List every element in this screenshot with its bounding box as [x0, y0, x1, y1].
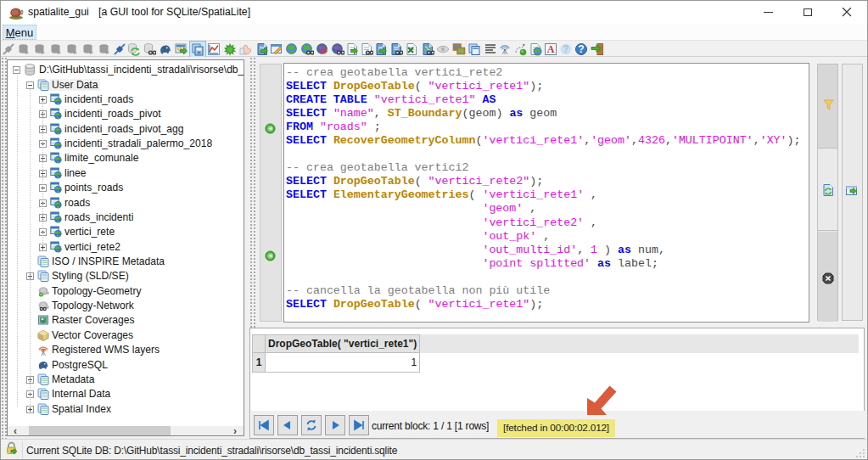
svg-text:?: ?: [578, 43, 584, 55]
svg-text:?: ?: [563, 43, 568, 55]
svg-text:A: A: [547, 43, 555, 55]
